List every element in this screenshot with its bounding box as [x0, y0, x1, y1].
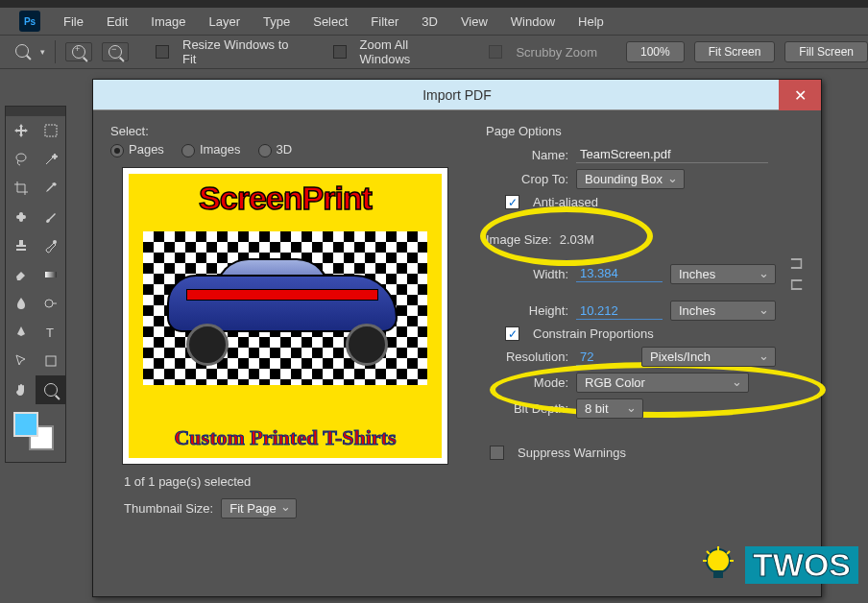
menu-image[interactable]: Image: [141, 12, 195, 31]
fit-screen-button[interactable]: Fit Screen: [694, 41, 776, 62]
svg-point-6: [45, 300, 53, 307]
svg-point-4: [53, 240, 57, 244]
height-label: Height:: [486, 303, 568, 318]
dialog-title: Import PDF: [422, 87, 492, 103]
radio-pages[interactable]: Pages: [110, 142, 164, 157]
svg-rect-3: [19, 212, 23, 222]
gradient-tool[interactable]: [36, 260, 65, 289]
zoom-all-label: Zoom All Windows: [360, 37, 463, 66]
preview-tagline: Custom Printed T-Shirts: [129, 425, 442, 450]
scrubby-label: Scrubby Zoom: [516, 45, 597, 60]
name-field[interactable]: TeamScreen.pdf: [576, 146, 768, 163]
watermark: TWOS: [697, 543, 858, 586]
zoom-tool-toolbox[interactable]: [36, 375, 65, 404]
width-field[interactable]: 13.384: [576, 265, 663, 282]
eyedropper-tool[interactable]: [36, 174, 65, 203]
lightbulb-icon: [697, 543, 739, 586]
width-unit-dropdown[interactable]: Inches: [670, 264, 776, 284]
mode-dropdown[interactable]: RGB Color: [576, 373, 749, 393]
menu-3d[interactable]: 3D: [412, 12, 447, 31]
zoom-100-button[interactable]: 100%: [626, 41, 685, 62]
resolution-unit-dropdown[interactable]: Pixels/Inch: [641, 347, 776, 367]
resolution-label: Resolution:: [486, 350, 568, 364]
dodge-tool[interactable]: [36, 289, 65, 318]
antialiased-checkbox[interactable]: ✓: [505, 195, 519, 209]
menu-type[interactable]: Type: [253, 12, 300, 31]
fill-screen-button[interactable]: Fill Screen: [784, 41, 868, 62]
thumbnail-size-dropdown[interactable]: Fit Page: [221, 498, 296, 519]
menu-help[interactable]: Help: [568, 12, 614, 31]
ps-logo: Ps: [19, 11, 40, 32]
toolbox: T: [5, 106, 66, 463]
radio-images[interactable]: Images: [181, 142, 241, 157]
heal-tool[interactable]: [6, 203, 36, 231]
image-size-label: Image Size:: [486, 232, 552, 247]
hand-tool[interactable]: [6, 375, 36, 404]
crop-label: Crop To:: [486, 172, 568, 186]
wand-tool[interactable]: [36, 145, 65, 174]
zoom-tool-chevron-icon[interactable]: ▾: [40, 47, 45, 57]
eraser-tool[interactable]: [6, 260, 36, 289]
import-pdf-dialog: Import PDF ✕ Select: Pages Images 3D Scr…: [92, 79, 822, 597]
height-unit-dropdown[interactable]: Inches: [670, 301, 776, 321]
lasso-tool[interactable]: [6, 145, 36, 174]
history-brush-tool[interactable]: [36, 231, 65, 260]
path-select-tool[interactable]: [6, 347, 36, 375]
svg-point-9: [707, 549, 730, 572]
options-bar: ▾ Resize Windows to Fit Zoom All Windows…: [0, 35, 868, 69]
resize-windows-label: Resize Windows to Fit: [182, 37, 306, 66]
menu-window[interactable]: Window: [501, 12, 565, 31]
radio-3d[interactable]: 3D: [258, 142, 293, 157]
stamp-tool[interactable]: [6, 231, 36, 260]
constrain-label: Constrain Proportions: [533, 326, 654, 341]
pen-tool[interactable]: [6, 318, 36, 347]
height-field[interactable]: 10.212: [576, 302, 663, 320]
resolution-field[interactable]: 72: [576, 349, 634, 366]
suppress-checkbox[interactable]: [490, 446, 504, 460]
svg-rect-0: [45, 125, 57, 136]
zoom-tool-icon[interactable]: [15, 44, 29, 60]
shape-tool[interactable]: [36, 347, 65, 375]
move-tool[interactable]: [6, 116, 36, 145]
zoom-in-button[interactable]: [65, 42, 92, 61]
resize-windows-checkbox[interactable]: [156, 45, 169, 59]
preview-logo-text: ScreenPrint: [129, 180, 442, 217]
suppress-label: Suppress Warnings: [518, 446, 626, 460]
menubar: Ps File Edit Image Layer Type Select Fil…: [0, 8, 868, 35]
crop-dropdown[interactable]: Bounding Box: [576, 169, 685, 189]
menu-layer[interactable]: Layer: [200, 12, 251, 31]
svg-rect-10: [713, 570, 723, 578]
menu-select[interactable]: Select: [303, 12, 357, 31]
constrain-checkbox[interactable]: ✓: [505, 326, 519, 341]
dialog-close-button[interactable]: ✕: [779, 80, 821, 110]
type-tool[interactable]: T: [36, 318, 65, 347]
pages-selected-label: 1 of 1 page(s) selected: [124, 474, 474, 489]
name-label: Name:: [486, 148, 568, 162]
svg-text:T: T: [46, 326, 54, 340]
marquee-tool[interactable]: [36, 116, 65, 145]
scrubby-checkbox: [489, 45, 502, 59]
menu-filter[interactable]: Filter: [361, 12, 408, 31]
width-label: Width:: [486, 267, 568, 281]
svg-rect-8: [46, 356, 56, 366]
zoom-out-button[interactable]: [102, 42, 129, 61]
menu-edit[interactable]: Edit: [97, 12, 137, 31]
mode-label: Mode:: [486, 375, 568, 390]
zoom-all-checkbox[interactable]: [333, 45, 347, 59]
blur-tool[interactable]: [6, 289, 36, 318]
foreground-swatch[interactable]: [13, 412, 38, 437]
menu-file[interactable]: File: [54, 12, 93, 31]
crop-tool[interactable]: [6, 174, 36, 203]
dialog-titlebar: Import PDF ✕: [93, 80, 821, 110]
swatch-area[interactable]: [6, 404, 65, 462]
menu-view[interactable]: View: [451, 12, 497, 31]
pdf-preview-thumbnail[interactable]: ScreenPrint Custom Printed T-Shirts: [122, 167, 448, 465]
brush-tool[interactable]: [36, 203, 65, 231]
svg-point-1: [16, 154, 26, 161]
antialiased-label: Anti-aliased: [533, 195, 598, 209]
link-icon[interactable]: ⊐⊏: [789, 253, 804, 295]
image-size-value: 2.03M: [560, 232, 594, 247]
bitdepth-dropdown[interactable]: 8 bit: [576, 398, 643, 419]
page-options-header: Page Options: [486, 124, 804, 138]
watermark-text: TWOS: [745, 546, 858, 584]
